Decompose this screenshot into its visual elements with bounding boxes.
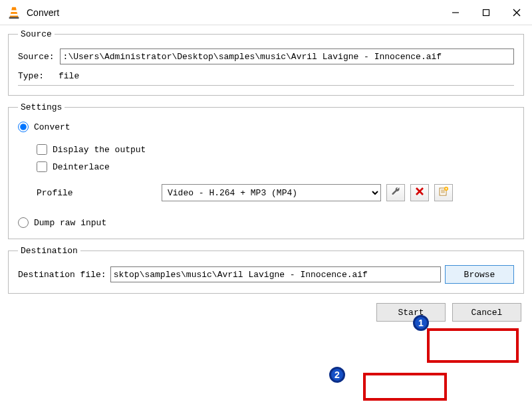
minimize-button[interactable] <box>440 0 471 25</box>
delete-profile-button[interactable] <box>410 184 429 201</box>
start-button[interactable]: Start <box>376 303 446 322</box>
dump-raw-radio[interactable] <box>18 217 29 228</box>
source-group: Source Source: Type: file <box>8 29 524 96</box>
destination-path-input[interactable] <box>110 266 441 282</box>
maximize-button[interactable] <box>471 0 501 25</box>
destination-legend: Destination <box>18 246 80 256</box>
svg-rect-2 <box>10 13 18 15</box>
svg-rect-5 <box>483 9 489 15</box>
source-legend: Source <box>18 29 55 39</box>
x-red-icon <box>415 187 424 199</box>
svg-marker-0 <box>10 7 19 17</box>
source-label: Source: <box>18 52 55 62</box>
profile-label: Profile <box>37 188 156 198</box>
wrench-icon <box>390 186 401 199</box>
annotation-badge-2: 2 <box>329 367 345 383</box>
svg-rect-3 <box>9 17 19 19</box>
display-output-label: Display the output <box>53 145 146 155</box>
vlc-icon <box>7 5 21 20</box>
destination-group: Destination Destination file: Browse <box>8 246 524 294</box>
deinterlace-checkbox[interactable] <box>37 161 47 172</box>
convert-label: Convert <box>34 122 70 132</box>
destination-label: Destination file: <box>18 270 106 280</box>
type-value: file <box>59 71 79 81</box>
new-profile-button[interactable] <box>434 184 453 201</box>
display-output-checkbox[interactable] <box>37 144 47 155</box>
dump-raw-label: Dump raw input <box>34 218 106 228</box>
svg-rect-1 <box>11 10 17 12</box>
type-label: Type: <box>18 71 44 81</box>
edit-profile-button[interactable] <box>386 184 405 201</box>
deinterlace-label: Deinterlace <box>53 162 110 172</box>
profile-select[interactable]: Video - H.264 + MP3 (MP4) <box>162 184 381 201</box>
new-profile-icon <box>438 186 449 199</box>
annotation-box-browse <box>427 328 519 363</box>
convert-radio[interactable] <box>18 122 29 132</box>
cancel-button[interactable]: Cancel <box>452 303 521 322</box>
browse-button[interactable]: Browse <box>445 265 514 284</box>
source-separator <box>18 85 514 86</box>
annotation-box-start <box>363 373 447 401</box>
close-button[interactable] <box>501 0 532 25</box>
window-title: Convert <box>27 7 440 18</box>
settings-group: Settings Convert Display the output Dein… <box>8 102 524 239</box>
settings-legend: Settings <box>18 102 65 112</box>
source-path-input[interactable] <box>60 49 514 64</box>
